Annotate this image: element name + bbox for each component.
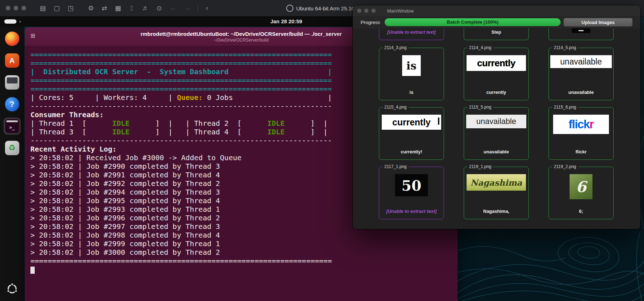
snapshot-icon[interactable]: ◳ — [68, 4, 74, 12]
ocr-thumbnail: is — [402, 55, 421, 76]
ocr-thumbnail: 6 — [570, 174, 592, 199]
window-title: MainWindow — [387, 8, 414, 14]
terminal-text-segment: ] | | Thread 2 [ — [130, 119, 267, 128]
ocr-result-text: unavailable — [464, 149, 528, 154]
upload-images-button[interactable]: Upload Images — [564, 18, 633, 27]
thumb-text: unavailable — [476, 117, 516, 126]
dock-item-trash[interactable]: ♻ — [4, 139, 21, 157]
queue-label: Queue: — [177, 93, 203, 102]
thread-state: IDLE — [112, 119, 130, 128]
card-grid: 2114_3.png is is 2114_4.png currently cu… — [379, 48, 614, 219]
thumb-text: r — [590, 118, 594, 131]
ocr-result-text: unavailable — [549, 90, 613, 95]
card-filename: 2114_4.png — [467, 45, 493, 50]
ocr-card[interactable]: 2117_1.png 50 [Unable to extract text] — [379, 167, 444, 219]
toolbar-divider — [198, 5, 198, 11]
app-window-icon — [5, 75, 19, 90]
chevron-left-icon[interactable]: ‹ — [206, 4, 208, 12]
sound-icon[interactable]: ♬ — [142, 4, 148, 12]
terminal-title: rmbrodett@rmbrodettUbuntuBoot: ~/DevDriv… — [141, 31, 342, 37]
ocr-card[interactable]: 2115_4.png currently currently! — [379, 107, 444, 160]
thumb-text: currently — [477, 58, 516, 69]
close-window-button[interactable] — [357, 9, 361, 13]
fit-window-icon[interactable]: ⇄ — [102, 4, 107, 12]
minimize-window-button[interactable] — [364, 9, 369, 13]
vm-title-text: Ubuntu 64-bit Arm 25.10 — [296, 5, 355, 11]
card-filename: 2115_5.png — [467, 105, 493, 110]
terminal-icon-titlebar — [6, 120, 18, 122]
ocr-thumbnail: currently — [467, 55, 526, 71]
firefox-icon — [5, 32, 19, 46]
progress-bar-text: Batch Complete (100%) — [385, 18, 561, 26]
ocr-thumbnail — [572, 28, 590, 33]
terminal-text-segment: ] | | Thread 4 [ — [130, 128, 267, 136]
ocr-card[interactable]: 2115_5.png unavailable unavailable — [464, 107, 529, 160]
thumb-text: Nagashima — [470, 178, 522, 187]
card-filename: 2115_6.png — [552, 105, 578, 110]
terminal-cursor — [30, 267, 35, 274]
thumb-text: 50 — [401, 177, 421, 194]
close-window-button[interactable] — [6, 6, 10, 10]
library-icon[interactable]: ▤ — [40, 4, 46, 12]
log-line: > 20:58:02 | Job #2999 completed by Thre… — [30, 239, 458, 248]
ocr-card[interactable]: 2119_1.png Nagashima Nagashima, — [464, 167, 529, 219]
back-icon[interactable]: ← — [170, 4, 176, 12]
terminal-text-segment: 0 Jobs | — [203, 93, 332, 102]
thumb-text: unavailable — [560, 57, 602, 67]
mainwindow-toolbar: Progress Batch Complete (100%) Upload Im… — [353, 16, 640, 28]
terminal-text-segment: ] | — [284, 119, 327, 128]
log-line: > 20:58:02 | Job #3000 completed by Thre… — [30, 248, 458, 257]
ocr-result-text: currently! — [379, 149, 444, 154]
terminal-prompt-glyph: >_ — [9, 125, 15, 130]
dock-item-app-window[interactable] — [4, 74, 21, 91]
forward-icon[interactable]: → — [184, 4, 190, 12]
terminal-text-segment: | Cores: 5 | Workers: 4 | — [30, 93, 177, 102]
ocr-card[interactable]: 2114_4.png currently currently — [464, 48, 529, 100]
ocr-card-partial[interactable]: Step — [464, 28, 529, 40]
app-center-icon: A — [5, 53, 19, 68]
trash-icon: ♻ — [5, 141, 19, 155]
vm-window-icon[interactable]: ▢ — [54, 4, 60, 12]
printer-icon[interactable]: ▦ — [115, 4, 121, 12]
zoom-window-button[interactable] — [21, 6, 26, 10]
ocr-card-partial[interactable]: [Unable to extract text] — [379, 28, 444, 40]
results-scroll-area[interactable]: [Unable to extract text] Step 2114_3.png… — [353, 28, 640, 229]
ubuntu-logo-icon — [286, 5, 293, 12]
ocr-thumbnail: 50 — [395, 174, 428, 196]
ocr-card[interactable]: 2114_3.png is is — [379, 48, 444, 100]
ocr-result-text: Step — [491, 30, 501, 35]
ocr-result-text: is — [379, 90, 444, 95]
dock-item-firefox[interactable] — [4, 30, 21, 47]
minimize-window-button[interactable] — [14, 6, 18, 10]
ocr-result-text: Nagashima, — [464, 209, 528, 214]
thumb-text: flick — [569, 118, 590, 131]
ocr-card[interactable]: 2119_2.png 6 6; — [548, 167, 614, 219]
camera-icon[interactable]: ⊙ — [156, 4, 162, 12]
dash-glyph — [579, 30, 584, 31]
log-line: > 20:58:02 | Job #2998 completed by Thre… — [30, 231, 458, 239]
dock-item-terminal[interactable]: >_ — [4, 118, 21, 135]
settings-wrench-icon[interactable]: ⚙ — [88, 4, 94, 12]
zoom-window-button[interactable] — [371, 9, 376, 13]
mainwindow-titlebar[interactable]: MainWindow — [353, 5, 640, 16]
ocr-card[interactable]: 2114_5.png unavailable unavailable — [548, 48, 614, 100]
dock-item-help[interactable]: ? — [4, 96, 21, 113]
thread-state: IDLE — [267, 128, 284, 136]
share-icon[interactable]: ↥ — [129, 4, 134, 12]
terminal-line: ========================================… — [30, 257, 458, 265]
cropped-glyph — [438, 118, 439, 125]
app-window-screen — [7, 77, 18, 83]
ocr-result-text: flickr — [549, 149, 613, 154]
card-filename: 2117_1.png — [382, 164, 409, 169]
thread-state: IDLE — [267, 119, 284, 128]
dock-item-ubuntu-desktop[interactable] — [4, 280, 21, 297]
terminal-tab-icon[interactable]: ⊞ — [30, 32, 35, 39]
ocr-thumbnail: unavailable — [550, 55, 612, 68]
terminal-text-segment: | Thread 1 [ — [30, 119, 112, 128]
ocr-thumbnail: flickr — [553, 115, 609, 134]
ocr-card[interactable]: 2115_6.png flickr flickr — [548, 107, 614, 160]
terminal-text-segment: ] | — [284, 128, 327, 136]
ocr-card-partial[interactable] — [548, 28, 614, 40]
dock-item-app-center[interactable]: A — [4, 52, 21, 69]
card-filename: 2115_4.png — [382, 105, 409, 110]
